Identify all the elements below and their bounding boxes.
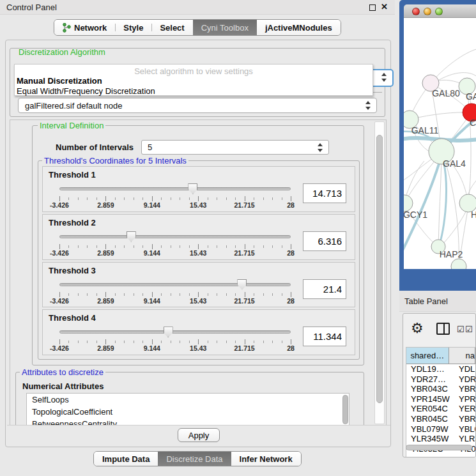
attribute-list-item[interactable]: SelfLoops <box>27 394 349 406</box>
tick-mark <box>87 245 88 248</box>
slider-thumb[interactable] <box>237 279 247 290</box>
table-cell: YPR1 <box>454 394 475 404</box>
tick-label: 9.144 <box>144 201 160 209</box>
table-row[interactable]: YLR345WYLR3 <box>406 434 475 444</box>
slider-thumb[interactable] <box>164 326 173 337</box>
slider-scale-labels: -3.4262.8599.14415.4321.71528 <box>59 249 291 257</box>
spinner-arrows-icon <box>318 143 323 152</box>
tick-mark <box>217 293 217 296</box>
attribute-list-item[interactable]: TopologicalCoefficient <box>27 406 349 418</box>
minimize-traffic-light-icon[interactable] <box>424 8 431 15</box>
tick-label: 9.144 <box>144 297 160 305</box>
tick-mark <box>124 293 125 296</box>
tick-label: 28 <box>287 201 295 209</box>
slider-scale-labels: -3.4262.8599.14415.4321.71528 <box>59 344 291 353</box>
popup-item-equal-width[interactable]: Equal Width/Frequency Discretization <box>17 86 155 96</box>
table-data-combobox[interactable]: galFiltered.sif default node <box>18 98 377 113</box>
threshold-4-slider[interactable]: -3.4262.8599.14415.4321.71528 <box>59 325 291 353</box>
table-hscrollbar[interactable] <box>406 445 472 450</box>
tab-impute-data[interactable]: Impute Data <box>94 452 158 466</box>
tab-style[interactable]: Style <box>115 20 151 35</box>
tick-label: 15.43 <box>190 249 206 257</box>
column-header-name[interactable]: na <box>449 348 475 364</box>
tick-mark <box>226 293 227 296</box>
tab-discretize-data[interactable]: Discretize Data <box>158 452 231 466</box>
tab-discretize-data-label: Discretize Data <box>166 454 222 464</box>
tick-mark <box>152 244 153 249</box>
gear-icon[interactable]: ⚙ <box>411 320 424 337</box>
discretization-algorithm-group: Discretization Algorithm Table Data galF… <box>10 48 385 117</box>
threshold-2-value[interactable] <box>303 231 346 251</box>
tick-mark <box>291 292 291 297</box>
network-node-label: GAL80 <box>432 88 460 98</box>
checkbox-icon[interactable]: ☑ <box>457 325 464 334</box>
bottom-tabstrip: Impute Data Discretize Data Infer Networ… <box>93 451 302 466</box>
tick-mark <box>282 197 282 200</box>
threshold-4-value[interactable] <box>303 326 346 346</box>
table-header-row: shared… na <box>406 348 475 364</box>
float-icon[interactable] <box>369 4 376 11</box>
number-of-intervals-spinner[interactable]: 5 <box>141 140 329 155</box>
network-canvas[interactable]: GAL80GACGAL11GAL4GCY1HHAP2 <box>404 18 476 269</box>
checkbox-icon[interactable]: ☑ <box>465 325 473 334</box>
network-graph: GAL80GACGAL11GAL4GCY1HHAP2 <box>404 18 476 269</box>
close-icon[interactable]: ✕ <box>381 2 388 12</box>
tick-mark <box>272 341 273 343</box>
table-row[interactable]: YBR043CYBR0 <box>406 384 475 394</box>
tab-style-label: Style <box>123 23 143 33</box>
tab-select[interactable]: Select <box>151 20 192 35</box>
slider-thumb[interactable] <box>188 183 197 194</box>
popup-item-manual-discretization[interactable]: Manual Discretization <box>17 76 102 86</box>
tick-mark <box>291 244 291 249</box>
panel-scrollbar[interactable] <box>374 121 385 424</box>
tab-jactivemnodules[interactable]: jActiveMNodules <box>257 20 341 35</box>
table-row[interactable]: YBR045CYBR0 <box>406 414 475 424</box>
tick-mark <box>87 197 88 200</box>
tab-infer-network[interactable]: Infer Network <box>231 452 301 466</box>
settings-scroll-panel: Interval Definition Number of Intervals … <box>10 119 387 426</box>
table-row[interactable]: YER054CYER0 <box>406 404 475 414</box>
tick-mark <box>152 196 153 201</box>
columns-icon[interactable] <box>436 323 450 335</box>
threshold-1-value[interactable] <box>303 183 346 203</box>
attributes-list-scrollbar[interactable] <box>342 395 348 424</box>
tick-mark <box>152 339 153 344</box>
network-thick-edges <box>404 117 476 253</box>
tick-mark <box>254 293 254 296</box>
network-node[interactable] <box>451 259 466 269</box>
tick-label: -3.426 <box>50 201 69 209</box>
slider-thumb[interactable] <box>127 231 136 242</box>
tick-mark <box>161 197 162 200</box>
table-row[interactable]: YPR145WYPR1 <box>406 394 475 404</box>
table-row[interactable]: YBL079WYBL0 <box>406 424 475 434</box>
tick-mark <box>134 197 134 200</box>
numerical-attributes-list[interactable]: SelfLoopsTopologicalCoefficientBetweenne… <box>26 393 349 426</box>
tick-mark <box>189 245 190 248</box>
tick-mark <box>68 197 69 200</box>
tick-mark <box>180 341 180 343</box>
zoom-traffic-light-icon[interactable] <box>435 8 443 15</box>
table-row[interactable]: YDR27…YDR2 <box>406 374 475 385</box>
tab-network[interactable]: Network <box>54 20 115 35</box>
table-row[interactable]: YDL19…YDL1 <box>406 364 475 374</box>
threshold-1-panel: Threshold 1 -3.4262.8599.14415.4321.7152… <box>42 166 355 212</box>
threshold-4-panel: Threshold 4 -3.4262.8599.14415.4321.7152… <box>42 309 355 355</box>
threshold-1-slider[interactable]: -3.4262.8599.14415.4321.71528 <box>59 182 291 210</box>
close-traffic-light-icon[interactable] <box>412 8 420 15</box>
tick-label: 2.859 <box>97 249 114 257</box>
tick-mark <box>115 293 116 296</box>
table-panel-header: Table Panel <box>399 291 476 312</box>
tab-select-label: Select <box>160 23 184 33</box>
threshold-3-panel: Threshold 3 -3.4262.8599.14415.4321.7152… <box>42 262 355 308</box>
network-window-titlebar[interactable] <box>404 4 476 18</box>
column-header-shared-name[interactable]: shared… <box>406 348 449 364</box>
threshold-2-slider[interactable]: -3.4262.8599.14415.4321.71528 <box>59 230 291 258</box>
tick-mark <box>235 293 236 296</box>
table-cell: YBL0 <box>454 424 475 434</box>
panel-scrollbar-thumb[interactable] <box>376 135 383 403</box>
apply-button[interactable]: Apply <box>178 428 220 442</box>
slider-ticks <box>59 292 291 297</box>
tab-cyni-toolbox[interactable]: Cyni Toolbox <box>193 20 257 35</box>
threshold-3-slider[interactable]: -3.4262.8599.14415.4321.71528 <box>59 278 291 306</box>
threshold-3-value[interactable] <box>303 279 346 299</box>
